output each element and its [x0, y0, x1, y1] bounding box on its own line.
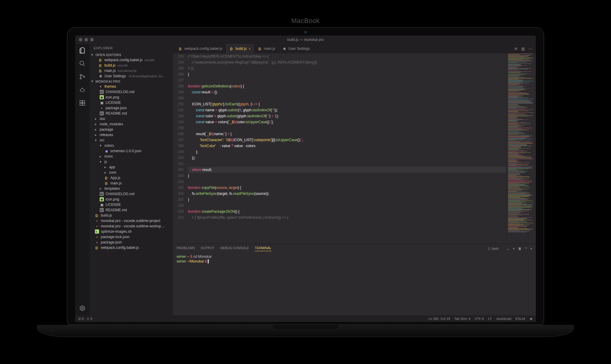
file-item[interactable]: ◉schemes-1.0.0.json	[90, 148, 173, 154]
editor-tab[interactable]: ⚙User Settings	[279, 44, 313, 53]
status-item[interactable]: ⚠ 0	[87, 317, 92, 321]
file-item[interactable]: M↓README.md	[90, 111, 173, 116]
chevron-icon: ▸	[95, 122, 98, 126]
file-item[interactable]: ▦icon.png	[90, 197, 173, 202]
file-item[interactable]: M↓CHANGELOG.md	[90, 191, 173, 197]
status-item[interactable]: UTF-8	[475, 317, 484, 320]
editor-tab[interactable]: ():main.js	[254, 44, 279, 53]
panel-tab[interactable]: DEBUG CONSOLE	[220, 246, 249, 251]
folder-item[interactable]: ▾themes	[90, 84, 173, 89]
folder-item[interactable]: ▸app	[90, 164, 173, 170]
status-item[interactable]: Tab Size: 4	[454, 317, 470, 320]
chevron-icon: ▸	[95, 127, 98, 132]
svg-line-1	[83, 64, 85, 66]
folder-item[interactable]: ▸templates	[90, 186, 173, 191]
file-item[interactable]: $_optimize-images.sh	[90, 229, 173, 234]
folder-item[interactable]: ▸doc	[90, 116, 173, 121]
git-icon[interactable]	[79, 73, 86, 80]
item-label: icon.png	[106, 95, 119, 99]
open-editors-header[interactable]: ▾ OPEN EDITORS	[90, 52, 173, 57]
project-header[interactable]: ▾ MONOKAI PRO	[90, 79, 173, 84]
open-editor-item[interactable]: ():main.js vscode/src/js	[90, 68, 173, 73]
terminal-selector[interactable]: 1: bash	[488, 247, 499, 250]
panel-tab[interactable]: OUTPUT	[201, 246, 214, 251]
item-label: package.json	[101, 240, 122, 244]
js-file-icon: ():	[95, 213, 99, 218]
status-item[interactable]: LF	[488, 317, 492, 320]
item-label: node_modules	[100, 122, 123, 126]
folder-item[interactable]: ▾js	[90, 159, 173, 164]
minimize-dot[interactable]	[84, 38, 88, 41]
gear-icon: ⚙	[282, 47, 286, 51]
status-item[interactable]: ⊘ 0	[78, 317, 84, 321]
file-item[interactable]: ():App.js	[90, 175, 173, 181]
editor-tab[interactable]: ():build.js×	[226, 44, 254, 53]
folder-item[interactable]: ▸core	[90, 170, 173, 175]
file-item[interactable]: ():webpack.config.babel.js	[90, 245, 173, 250]
editor-tab[interactable]: ():webpack.config.babel.js	[175, 44, 226, 53]
file-item[interactable]: ▪monokai pro - vscode.sublime-worksp…	[90, 223, 173, 229]
js-file-icon: ():	[98, 63, 103, 67]
zoom-dot[interactable]	[90, 38, 94, 41]
item-label: releases	[100, 133, 113, 137]
file-item[interactable]: M↓CHANGELOG.md	[90, 89, 173, 95]
extensions-icon[interactable]	[79, 99, 86, 107]
svg-point-2	[80, 74, 81, 76]
svg-rect-10	[80, 103, 82, 105]
file-item[interactable]: ▪package.json	[90, 105, 173, 111]
file-item[interactable]: ():build.js	[90, 213, 173, 218]
open-editor-item[interactable]: ():build.js vscode	[90, 63, 173, 68]
item-label: README.md	[106, 111, 127, 115]
file-item[interactable]: ▪package-lock.json	[90, 234, 173, 240]
search-icon[interactable]	[79, 60, 86, 67]
file-name: webpack.config.babel.js	[104, 58, 142, 62]
open-editor-item[interactable]: ():webpack.config.babel.js vscode	[90, 57, 173, 63]
folder-item[interactable]: ▸package	[90, 127, 173, 132]
js-file-icon: ():	[98, 69, 103, 73]
item-label: build.js	[101, 213, 112, 218]
panel-tab[interactable]: TERMINAL	[255, 246, 271, 251]
close-tab-icon[interactable]: ×	[249, 47, 251, 51]
file-item[interactable]: ▪monokai pro - vscode.sublime-project	[90, 218, 173, 223]
add-terminal-icon[interactable]: +	[513, 247, 515, 250]
file-item[interactable]: ▤LICENSE	[90, 100, 173, 105]
code-editor[interactable]: 2832842852862872882892902912922932942952…	[173, 53, 506, 244]
close-panel-icon[interactable]: ×	[530, 247, 532, 250]
files-icon[interactable]	[79, 47, 86, 54]
folder-item[interactable]: ▸node_modules	[90, 121, 173, 127]
panel-tab[interactable]: PROBLEMS	[177, 246, 195, 251]
folder-item[interactable]: ▾colors	[90, 143, 173, 148]
traffic-lights[interactable]	[79, 38, 94, 41]
line-gutter: 2832842852862872882892902912922932942952…	[173, 53, 188, 244]
tab-label: build.js	[235, 47, 246, 51]
status-item[interactable]: ☻	[529, 317, 533, 320]
maximize-panel-icon[interactable]: ^	[525, 247, 527, 250]
debug-icon[interactable]	[79, 86, 86, 93]
status-item[interactable]: JavaScript	[496, 317, 511, 320]
code-content[interactable]: // Object.keys(REPLACEMENTS).forEach(key…	[188, 53, 506, 244]
file-item[interactable]: ▦icon.png	[90, 95, 173, 100]
status-item[interactable]: Ln 302, Col 19	[429, 317, 450, 320]
terminal[interactable]: wimer ~ $ cd Monokaiwimer ~/Monokai $	[173, 253, 536, 315]
file-item[interactable]: ▪package.json	[90, 240, 173, 245]
split-icon[interactable]: ▥	[521, 47, 525, 51]
chevron-icon: ▸	[95, 117, 98, 121]
folder-item[interactable]: ▸icons	[90, 154, 173, 159]
file-item[interactable]: ():main.js	[90, 181, 173, 186]
settings-gear-icon[interactable]	[79, 305, 86, 312]
file-item[interactable]: M↓README.md	[90, 207, 173, 213]
minimap[interactable]	[506, 53, 536, 244]
close-dot[interactable]	[79, 38, 82, 41]
js-file-icon: ():	[104, 176, 109, 180]
status-bar: ⊘ 0⚠ 0 Ln 302, Col 19Tab Size: 4UTF-8LFJ…	[75, 315, 536, 322]
kill-terminal-icon[interactable]: 🗑	[518, 247, 521, 250]
folder-item[interactable]: ▸releases	[90, 132, 173, 138]
open-editor-item[interactable]: ⚙User Settings ~/Library/Application Su…	[90, 73, 173, 79]
dropdown-icon[interactable]: ⌄	[507, 247, 509, 251]
compare-icon[interactable]: ⇄	[514, 47, 518, 51]
folder-item[interactable]: ▾src	[90, 138, 173, 143]
more-icon[interactable]: ⋯	[528, 47, 532, 51]
chevron-down-icon: ▾	[91, 79, 94, 83]
status-item[interactable]: ESLint	[516, 317, 525, 320]
file-item[interactable]: ▤LICENSE	[90, 202, 173, 207]
